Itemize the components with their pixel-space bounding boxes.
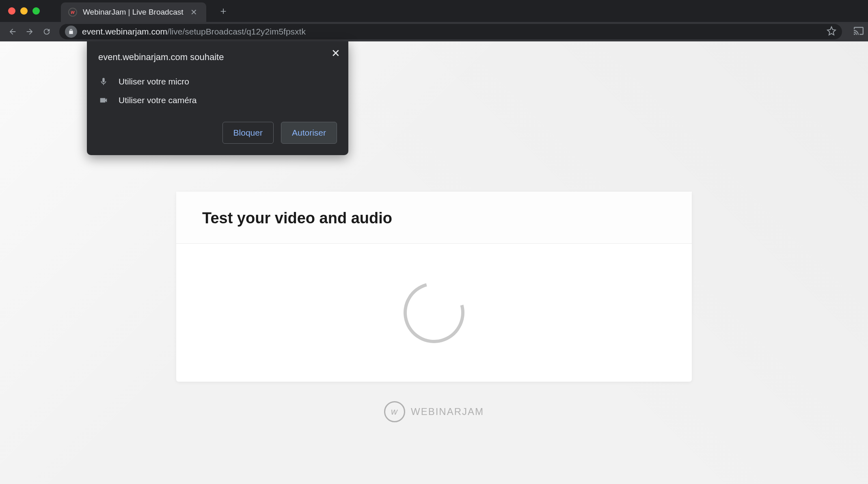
arrow-right-icon [25,27,34,36]
reload-icon [42,27,51,36]
block-button[interactable]: Bloquer [222,122,274,144]
url-text: event.webinarjam.com/live/setupBroadcast… [82,27,822,37]
page-content: ✕ event.webinarjam.com souhaite Utiliser… [0,41,868,484]
card-body [176,244,692,382]
window-minimize-button[interactable] [20,7,28,15]
bookmark-star-icon[interactable] [827,26,836,37]
test-av-card: Test your video and audio [176,192,692,382]
footer-brand: w WEBINARJAM [384,401,484,422]
brand-logo-icon: w [384,401,405,422]
camera-icon [98,95,109,106]
dialog-button-row: Bloquer Autoriser [98,122,337,144]
back-button[interactable] [4,23,21,40]
window-maximize-button[interactable] [32,7,40,15]
tab-close-icon[interactable]: ✕ [189,7,199,17]
dialog-close-icon[interactable]: ✕ [331,47,340,60]
permission-microphone-label: Utiliser votre micro [119,77,189,86]
forward-button[interactable] [21,23,38,40]
permission-row-camera: Utiliser votre caméra [98,91,337,110]
tab-title: WebinarJam | Live Broadcast [83,8,183,17]
card-header: Test your video and audio [176,192,692,244]
cast-icon[interactable] [853,26,864,38]
microphone-icon [98,76,109,87]
browser-tab[interactable]: w WebinarJam | Live Broadcast ✕ [61,2,206,22]
lock-icon[interactable] [65,26,77,38]
url-domain: event.webinarjam.com [82,27,167,36]
browser-tab-bar: w WebinarJam | Live Broadcast ✕ + [0,0,868,22]
brand-name: WEBINARJAM [411,406,484,417]
browser-toolbar: event.webinarjam.com/live/setupBroadcast… [0,22,868,41]
url-path: /live/setupBroadcast/q12y2im5fpsxtk [167,27,306,36]
tab-favicon-icon: w [68,8,77,17]
loading-spinner-icon [393,271,476,354]
card-title: Test your video and audio [202,210,666,227]
permission-dialog: ✕ event.webinarjam.com souhaite Utiliser… [87,41,348,155]
window-close-button[interactable] [8,7,15,15]
window-controls [5,7,46,15]
permission-camera-label: Utiliser votre caméra [119,95,197,105]
arrow-left-icon [8,27,17,36]
address-bar[interactable]: event.webinarjam.com/live/setupBroadcast… [59,24,842,39]
new-tab-button[interactable]: + [216,2,230,20]
allow-button[interactable]: Autoriser [281,122,337,144]
dialog-title: event.webinarjam.com souhaite [98,52,337,63]
reload-button[interactable] [38,23,55,40]
permission-row-microphone: Utiliser votre micro [98,72,337,91]
